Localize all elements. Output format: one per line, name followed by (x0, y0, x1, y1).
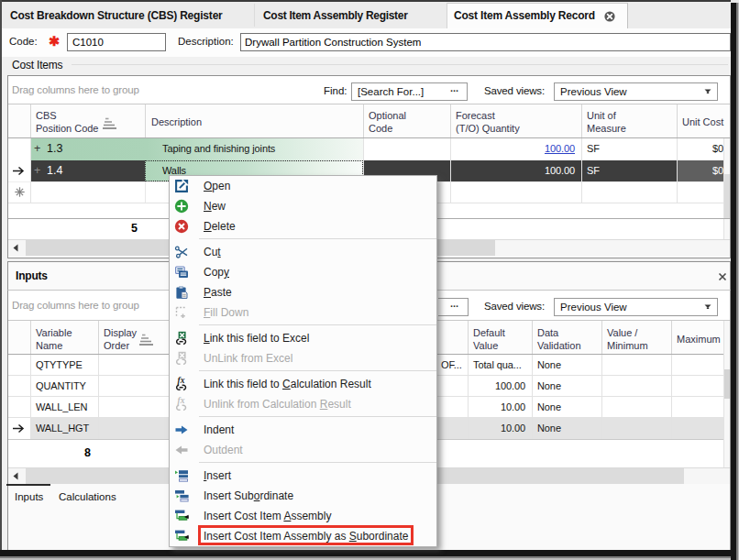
svg-text:fx: fx (178, 377, 185, 385)
svg-text:fx: fx (178, 397, 185, 405)
